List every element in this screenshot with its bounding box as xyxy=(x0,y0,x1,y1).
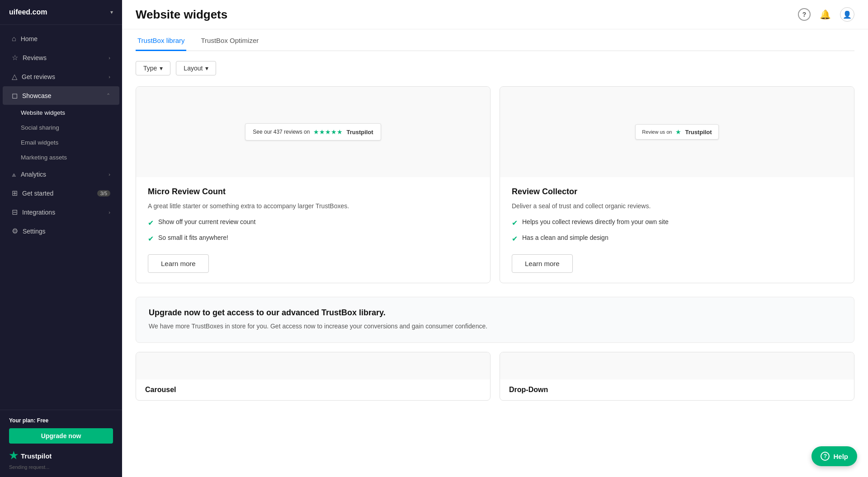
micro-review-count-features: ✔ Show off your current review count ✔ S… xyxy=(148,217,478,244)
get-reviews-icon: △ xyxy=(12,72,17,81)
upgrade-button[interactable]: Upgrade now xyxy=(9,428,113,444)
trustpilot-star-icon: ★ xyxy=(9,450,18,462)
upgrade-banner: Upgrade now to get access to our advance… xyxy=(136,297,854,342)
micro-review-text: See our 437 reviews on xyxy=(253,129,310,135)
showcase-submenu: Website widgets Social sharing Email wid… xyxy=(0,105,122,165)
showcase-icon: ◻ xyxy=(12,91,18,100)
chevron-down-icon: › xyxy=(108,55,110,61)
carousel-card-body: Carousel xyxy=(136,379,490,400)
review-collector-widget-mock: Review us on ★ Trustpilot xyxy=(635,124,718,140)
bottom-cards-grid: Carousel Drop-Down xyxy=(136,352,854,401)
feature-label: Show off your current review count xyxy=(158,217,255,227)
dropdown-card-preview xyxy=(500,352,854,379)
top-bar: Website widgets ? 🔔 👤 xyxy=(122,0,868,29)
feature-label: Has a clean and simple design xyxy=(522,233,609,243)
dropdown-card-body: Drop-Down xyxy=(500,379,854,400)
feature-item: ✔ Helps you collect reviews directly fro… xyxy=(512,217,842,229)
social-sharing-label: Social sharing xyxy=(21,124,59,131)
sidebar-item-showcase-label: Showcase xyxy=(22,92,102,99)
tab-trustbox-library[interactable]: TrustBox library xyxy=(136,31,186,51)
plan-value: Free xyxy=(37,417,48,424)
sidebar-item-settings-label: Settings xyxy=(23,228,110,235)
feature-label: So small it fits anywhere! xyxy=(158,233,228,243)
chevron-down-icon: › xyxy=(108,74,110,80)
sidebar-item-email-widgets[interactable]: Email widgets xyxy=(0,135,122,150)
layout-filter-chevron-icon: ▾ xyxy=(205,65,208,72)
review-collector-title: Review Collector xyxy=(512,187,842,196)
tab-bar: TrustBox library TrustBox Optimizer xyxy=(136,29,854,51)
get-started-icon: ⊞ xyxy=(12,189,18,197)
notifications-icon[interactable]: 🔔 xyxy=(820,9,831,20)
review-collector-text: Review us on xyxy=(642,129,672,135)
review-collector-description: Deliver a seal of trust and collect orga… xyxy=(512,201,842,211)
feature-item: ✔ Show off your current review count xyxy=(148,217,478,229)
micro-review-count-card: See our 437 reviews on ★★★★★ Trustpilot … xyxy=(136,86,491,283)
review-collector-card: Review us on ★ Trustpilot Review Collect… xyxy=(500,86,854,283)
page-title: Website widgets xyxy=(136,8,227,22)
review-collector-features: ✔ Helps you collect reviews directly fro… xyxy=(512,217,842,244)
chevron-up-icon: ⌃ xyxy=(106,93,110,98)
feature-item: ✔ Has a clean and simple design xyxy=(512,233,842,244)
sidebar-item-integrations-label: Integrations xyxy=(22,209,104,216)
brand-name: uifeed.com xyxy=(9,8,47,16)
type-filter-button[interactable]: Type ▾ xyxy=(136,61,170,75)
user-avatar-icon[interactable]: 👤 xyxy=(840,7,854,22)
chevron-down-icon: › xyxy=(108,172,110,177)
check-circle-icon: ✔ xyxy=(148,218,154,229)
feature-label: Helps you collect reviews directly from … xyxy=(522,217,669,227)
layout-filter-label: Layout xyxy=(184,65,203,72)
analytics-icon: ⟁ xyxy=(12,170,16,178)
upgrade-banner-title: Upgrade now to get access to our advance… xyxy=(149,308,841,318)
main-content-area: Website widgets ? 🔔 👤 TrustBox library T… xyxy=(122,0,868,477)
type-filter-chevron-icon: ▾ xyxy=(160,65,163,72)
micro-review-count-learn-more-button[interactable]: Learn more xyxy=(148,254,209,273)
carousel-card-preview xyxy=(136,352,490,379)
sidebar-item-get-started-label: Get started xyxy=(22,190,93,197)
sidebar-item-home[interactable]: ⌂ Home xyxy=(3,30,119,48)
carousel-card: Carousel xyxy=(136,352,491,401)
review-collector-learn-more-button[interactable]: Learn more xyxy=(512,254,573,273)
sidebar-navigation: ⌂ Home ☆ Reviews › △ Get reviews › ◻ Sho… xyxy=(0,25,122,410)
micro-review-count-body: Micro Review Count A great little starte… xyxy=(136,177,490,283)
sidebar-item-reviews[interactable]: ☆ Reviews › xyxy=(3,48,119,67)
home-icon: ⌂ xyxy=(12,35,16,43)
sidebar-item-social-sharing[interactable]: Social sharing xyxy=(0,120,122,135)
help-circle-icon: ? xyxy=(821,452,830,461)
micro-review-widget-mock: See our 437 reviews on ★★★★★ Trustpilot xyxy=(245,123,381,140)
integrations-icon: ⊟ xyxy=(12,208,18,216)
sidebar-item-get-reviews[interactable]: △ Get reviews › xyxy=(3,67,119,86)
carousel-card-title: Carousel xyxy=(145,386,481,394)
help-icon[interactable]: ? xyxy=(798,8,811,21)
dropdown-card: Drop-Down xyxy=(500,352,854,401)
sidebar-item-get-started[interactable]: ⊞ Get started 3/5 xyxy=(3,184,119,202)
micro-review-count-preview: See our 437 reviews on ★★★★★ Trustpilot xyxy=(136,87,490,177)
layout-filter-button[interactable]: Layout ▾ xyxy=(176,61,216,75)
sidebar-item-marketing-assets[interactable]: Marketing assets xyxy=(0,150,122,165)
sidebar-item-showcase[interactable]: ◻ Showcase ⌃ xyxy=(3,86,119,105)
sidebar-item-website-widgets[interactable]: Website widgets xyxy=(0,105,122,120)
sidebar-footer: Your plan: Free Upgrade now ★ Trustpilot… xyxy=(0,410,122,477)
check-circle-icon: ✔ xyxy=(148,234,154,244)
review-collector-body: Review Collector Deliver a seal of trust… xyxy=(500,177,854,283)
settings-icon: ⚙ xyxy=(12,227,18,235)
micro-review-count-description: A great little starter or something extr… xyxy=(148,201,478,211)
top-bar-icons: ? 🔔 👤 xyxy=(798,7,854,22)
widget-cards-grid: See our 437 reviews on ★★★★★ Trustpilot … xyxy=(136,86,854,283)
type-filter-label: Type xyxy=(143,65,157,72)
chevron-down-icon: › xyxy=(108,210,110,215)
get-started-badge: 3/5 xyxy=(97,190,110,196)
trustpilot-logo: ★ Trustpilot xyxy=(9,450,113,462)
sidebar-item-get-reviews-label: Get reviews xyxy=(22,73,104,80)
sidebar-brand[interactable]: uifeed.com ▾ xyxy=(0,0,122,25)
email-widgets-label: Email widgets xyxy=(21,139,58,146)
sidebar-item-integrations[interactable]: ⊟ Integrations › xyxy=(3,203,119,221)
filter-bar: Type ▾ Layout ▾ xyxy=(136,61,854,75)
sidebar: uifeed.com ▾ ⌂ Home ☆ Reviews › △ Get re… xyxy=(0,0,122,477)
help-fab-button[interactable]: ? Help xyxy=(811,446,857,466)
sidebar-item-analytics[interactable]: ⟁ Analytics › xyxy=(3,165,119,183)
dropdown-card-title: Drop-Down xyxy=(509,386,845,394)
sidebar-item-settings[interactable]: ⚙ Settings xyxy=(3,222,119,240)
tab-trustbox-optimizer[interactable]: TrustBox Optimizer xyxy=(199,31,260,51)
main-scrollable-content: TrustBox library TrustBox Optimizer Type… xyxy=(122,29,868,477)
review-collector-preview: Review us on ★ Trustpilot xyxy=(500,87,854,177)
